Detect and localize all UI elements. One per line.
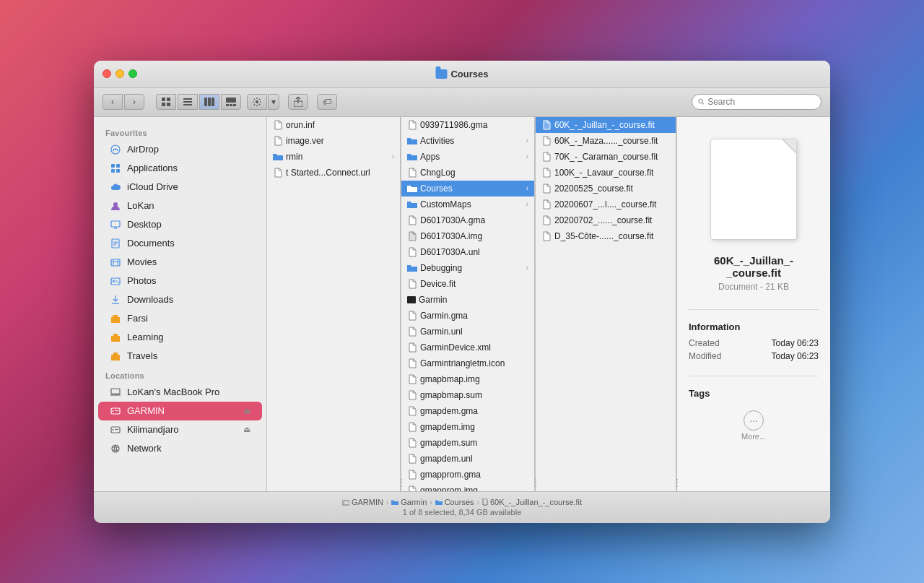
list-item[interactable]: 60K_-_Juillan_-_course.fit: [536, 117, 676, 133]
folder-icon: [435, 499, 443, 505]
chevron-right-icon: ›: [526, 200, 528, 208]
list-item[interactable]: 60K_-_Maza......_course.fit: [536, 133, 676, 149]
list-item[interactable]: GarminDevice.xml: [401, 340, 534, 355]
list-item[interactable]: orun.inf: [267, 117, 400, 133]
svg-rect-4: [183, 98, 192, 100]
list-item[interactable]: 0939711986.gma: [401, 117, 534, 133]
search-input[interactable]: [707, 97, 815, 107]
list-item[interactable]: rmin ›: [267, 149, 400, 165]
list-item[interactable]: ChngLog: [401, 165, 534, 181]
panel-resizer-2[interactable]: [535, 117, 536, 491]
close-button[interactable]: [103, 69, 111, 78]
list-item[interactable]: 20200525_course.fit: [536, 181, 676, 197]
maximize-button[interactable]: [128, 69, 137, 78]
sidebar-item-documents[interactable]: Documents: [98, 234, 262, 253]
garmin-eject-button[interactable]: ⏏: [243, 406, 250, 415]
breadcrumb-item[interactable]: GARMIN: [342, 498, 383, 506]
forward-button[interactable]: ›: [124, 94, 144, 110]
info-title: Information: [689, 321, 819, 332]
list-item[interactable]: 100K_-_Lavaur_course.fit: [536, 165, 676, 181]
list-item[interactable]: D6017030A.gma: [401, 212, 534, 228]
list-item[interactable]: 20200702_......_course.fit: [536, 212, 676, 228]
list-item[interactable]: Device.fit: [401, 276, 534, 292]
folder-icon: [407, 152, 417, 162]
list-item[interactable]: Courses ›: [401, 181, 534, 197]
list-item[interactable]: Garmin.unl: [401, 324, 534, 340]
list-item[interactable]: Garmin.gma: [401, 308, 534, 324]
created-row: Created Today 06:23: [689, 338, 819, 348]
tag-button[interactable]: 🏷: [317, 94, 337, 110]
sidebar-item-macbook[interactable]: LoKan's MacBook Pro: [98, 383, 262, 402]
action-dropdown-button[interactable]: ▾: [268, 94, 279, 110]
sidebar-item-network[interactable]: Network: [98, 439, 262, 458]
more-label: More...: [741, 432, 766, 441]
list-item[interactable]: Garmintriangletm.icon: [401, 355, 534, 371]
list-item[interactable]: image.ver: [267, 133, 400, 149]
svg-rect-37: [111, 389, 120, 394]
sidebar-item-movies[interactable]: Movies: [98, 253, 262, 272]
list-item[interactable]: Activities ›: [401, 133, 534, 149]
panel-resizer-3[interactable]: [676, 117, 677, 491]
sidebar-item-airdrop[interactable]: AirDrop: [98, 140, 262, 159]
sidebar-item-farsi[interactable]: Farsi: [98, 309, 262, 328]
back-button[interactable]: ‹: [103, 94, 123, 110]
sidebar-item-travels[interactable]: Travels: [98, 347, 262, 366]
finder-window: Courses ‹ ›: [94, 61, 830, 523]
drive-icon: [342, 499, 349, 506]
list-item[interactable]: gmapbmap.img: [401, 371, 534, 387]
svg-rect-1: [167, 98, 170, 101]
sidebar-item-desktop[interactable]: Desktop: [98, 215, 262, 234]
sidebar-item-photos[interactable]: Photos: [98, 272, 262, 290]
view-icon-button[interactable]: [156, 94, 176, 110]
view-column-button[interactable]: [199, 94, 219, 110]
sidebar-item-learning[interactable]: Learning: [98, 328, 262, 347]
list-item[interactable]: 20200607_...l...._course.fit: [536, 197, 676, 212]
list-item[interactable]: 70K_-_Caraman_course.fit: [536, 149, 676, 165]
traffic-lights: [103, 69, 137, 78]
panel-resizer-1[interactable]: [401, 117, 401, 491]
list-item[interactable]: t Started...Connect.url: [267, 165, 400, 181]
breadcrumb-item-file[interactable]: 60K_-_Juillan_-_course.fit: [482, 498, 582, 506]
sidebar-item-icloud[interactable]: iCloud Drive: [98, 178, 262, 197]
list-item[interactable]: gmapdem.gma: [401, 403, 534, 419]
list-item[interactable]: gmapprom.img: [401, 483, 534, 491]
search-box[interactable]: [692, 94, 821, 110]
list-item[interactable]: gmapdem.unl: [401, 451, 534, 467]
share-button[interactable]: [288, 94, 308, 110]
sidebar-item-kilimandjaro[interactable]: Kilimandjaro ⏏: [98, 420, 262, 439]
preview-document-icon: [710, 139, 797, 240]
svg-rect-41: [115, 410, 118, 411]
list-item[interactable]: gmapbmap.sum: [401, 387, 534, 403]
list-item[interactable]: Garmin: [401, 292, 534, 308]
folder-icon: [391, 499, 398, 505]
sidebar-item-lokan[interactable]: LoKan: [98, 197, 262, 215]
svg-rect-24: [111, 221, 120, 227]
file-icon: [541, 168, 552, 178]
list-item[interactable]: D_35-Côte-......_course.fit: [536, 228, 676, 244]
sidebar-item-applications[interactable]: Applications: [98, 159, 262, 178]
file-icon: [407, 215, 417, 225]
list-item[interactable]: D6017030A.img: [401, 228, 534, 244]
action-settings-button[interactable]: [247, 94, 267, 110]
list-item[interactable]: Debugging ›: [401, 260, 534, 276]
minimize-button[interactable]: [116, 69, 124, 78]
list-item[interactable]: gmapdem.img: [401, 419, 534, 435]
kilimandjaro-eject-button[interactable]: ⏏: [243, 425, 250, 434]
breadcrumb-item[interactable]: Garmin: [391, 498, 427, 506]
sidebar-item-garmin[interactable]: GARMIN ⏏: [98, 402, 262, 420]
list-item[interactable]: CustomMaps ›: [401, 197, 534, 212]
folder-icon: [407, 263, 417, 273]
sidebar-desktop-label: Desktop: [127, 219, 250, 230]
breadcrumb-item[interactable]: Courses: [435, 498, 474, 506]
list-item[interactable]: Apps ›: [401, 149, 534, 165]
list-item[interactable]: D6017030A.unl: [401, 244, 534, 260]
list-item[interactable]: gmapprom.gma: [401, 467, 534, 483]
more-tags-button[interactable]: ··· More...: [689, 405, 819, 446]
sidebar-item-downloads[interactable]: Downloads: [98, 290, 262, 309]
svg-rect-13: [233, 104, 236, 106]
file-icon: [407, 247, 417, 257]
list-item[interactable]: gmapdem.sum: [401, 435, 534, 451]
view-list-button[interactable]: [178, 94, 198, 110]
file-icon: [273, 120, 283, 130]
view-gallery-button[interactable]: [221, 94, 241, 110]
